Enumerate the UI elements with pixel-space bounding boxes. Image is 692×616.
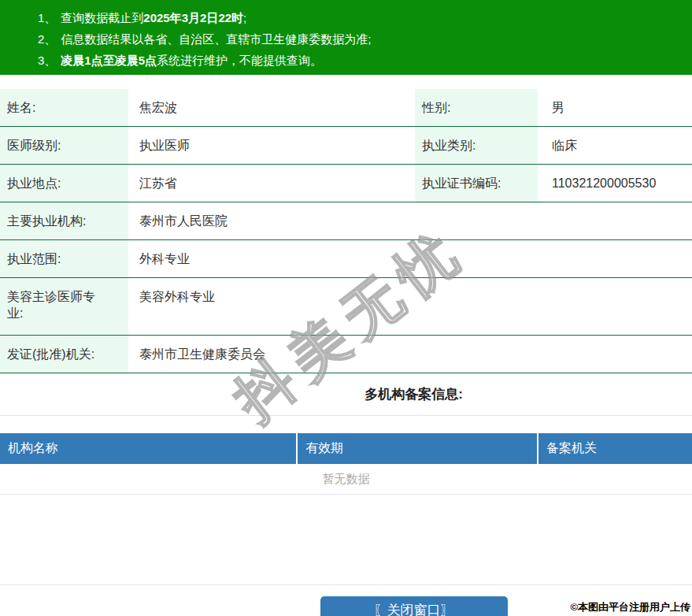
records-table-header: 机构名称 有效期 备案机关 xyxy=(0,433,692,464)
notice-bold-text: 2025年3月2日22时 xyxy=(143,11,243,24)
field-value-name: 焦宏波 xyxy=(128,89,415,127)
notice-text: 查询数据截止到 xyxy=(61,11,143,24)
column-header-institution-name: 机构名称 xyxy=(0,440,296,457)
table-row: 发证(批准)机关: 泰州市卫生健康委员会 xyxy=(0,336,692,373)
upload-credit-text: ©本图由平台注册用户上传 xyxy=(570,600,690,614)
field-value-practice-location: 江苏省 xyxy=(128,165,415,202)
field-value-certificate-number: 110321200005530 xyxy=(538,165,692,202)
table-row: 姓名: 焦宏波 性别: 男 xyxy=(0,89,692,127)
field-label-practice-location: 执业地点: xyxy=(0,165,128,202)
doctor-info-table: 姓名: 焦宏波 性别: 男 医师级别: 执业医师 执业类别: 临床 执业地点: … xyxy=(0,89,692,373)
spacer xyxy=(0,495,692,584)
field-value-gender: 男 xyxy=(538,89,692,127)
field-value-main-institution: 泰州市人民医院 xyxy=(128,202,692,240)
field-label-gender: 性别: xyxy=(415,89,538,127)
table-row: 医师级别: 执业医师 执业类别: 临床 xyxy=(0,127,692,165)
table-row: 执业地点: 江苏省 执业证书编码: 110321200005530 xyxy=(0,165,692,202)
field-label-issuing-authority: 发证(批准)机关: xyxy=(0,336,128,373)
table-row: 美容主诊医师专业: 美容外科专业 xyxy=(0,278,692,336)
column-header-validity-period: 有效期 xyxy=(296,433,537,464)
divider xyxy=(0,415,692,416)
notice-bold-text: 凌晨1点至凌晨5点 xyxy=(61,54,157,67)
section-title-multi-institution: 多机构备案信息: xyxy=(135,385,692,403)
field-label-name: 姓名: xyxy=(0,89,128,127)
field-label-practice-category: 执业类别: xyxy=(415,127,538,165)
notice-number: 1、 xyxy=(38,11,56,24)
table-row: 执业范围: 外科专业 xyxy=(0,240,692,278)
field-label-practice-scope: 执业范围: xyxy=(0,240,128,278)
empty-state-text: 暂无数据 xyxy=(323,472,370,485)
records-table: 机构名称 有效期 备案机关 暂无数据 xyxy=(0,433,692,495)
field-value-issuing-authority: 泰州市卫生健康委员会 xyxy=(128,336,692,373)
notice-text: 信息数据结果以各省、自治区、直辖市卫生健康委数据为准; xyxy=(61,32,371,46)
field-label-cosmetic-specialty: 美容主诊医师专业: xyxy=(0,278,128,336)
notice-line-3: 3、凌晨1点至凌晨5点系统进行维护，不能提供查询。 xyxy=(38,50,684,71)
notice-line-2: 2、信息数据结果以各省、自治区、直辖市卫生健康委数据为准; xyxy=(38,28,684,50)
notice-text: 系统进行维护，不能提供查询。 xyxy=(157,54,322,67)
field-value-cosmetic-specialty: 美容外科专业 xyxy=(128,278,692,336)
field-label-main-institution: 主要执业机构: xyxy=(0,202,128,240)
close-window-button[interactable]: 〖关闭窗口〗 xyxy=(320,596,508,616)
notice-line-1: 1、查询数据截止到2025年3月2日22时; xyxy=(38,7,684,28)
notice-banner: 1、查询数据截止到2025年3月2日22时; 2、信息数据结果以各省、自治区、直… xyxy=(0,0,692,75)
notice-text: ; xyxy=(243,11,246,24)
field-value-practice-scope: 外科专业 xyxy=(128,240,692,278)
field-value-doctor-level: 执业医师 xyxy=(128,127,415,165)
notice-number: 2、 xyxy=(38,32,56,46)
column-header-record-authority: 备案机关 xyxy=(537,433,692,464)
field-value-practice-category: 临床 xyxy=(538,127,692,165)
table-row: 主要执业机构: 泰州市人民医院 xyxy=(0,202,692,240)
notice-number: 3、 xyxy=(38,54,56,67)
field-label-certificate-number: 执业证书编码: xyxy=(415,165,538,202)
field-label-doctor-level: 医师级别: xyxy=(0,127,128,165)
empty-state-row: 暂无数据 xyxy=(0,464,692,495)
